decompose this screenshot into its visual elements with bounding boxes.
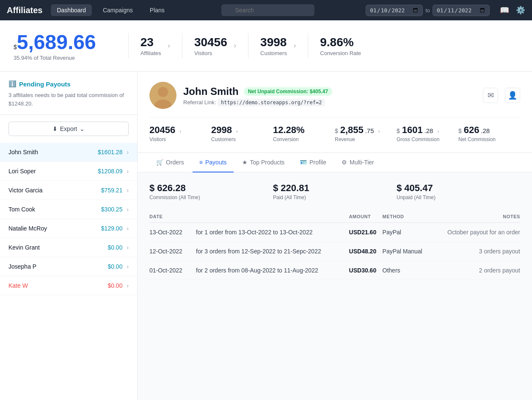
search-container: 🔍: [221, 4, 314, 16]
affiliate-item-6[interactable]: Josepha P $0.00 ›: [0, 257, 137, 276]
profile-stat-visitors: 20456 › Visitors: [149, 125, 211, 142]
customers-arrow: ›: [294, 42, 296, 50]
stat-divider-4: [308, 33, 308, 58]
stat-visitors[interactable]: 30456 Visitors ›: [194, 36, 236, 56]
tab-profile[interactable]: 🪪 Profile: [293, 153, 333, 172]
col-notes: NOTES: [431, 211, 520, 223]
affiliate-name-1: Lori Soper: [8, 168, 36, 175]
stat-net-label: Net Commission: [458, 136, 520, 142]
affiliate-amount-6: $0.00: [108, 263, 122, 270]
commission-badge: Net Unpaid Commission: $405.47: [244, 87, 332, 96]
visitors-stat-arrow[interactable]: ›: [179, 128, 181, 134]
affiliate-name-4: Natalie McRoy: [8, 225, 47, 232]
stat-divider-3: [248, 33, 248, 58]
nav-plans[interactable]: Plans: [144, 4, 171, 16]
date-to-input[interactable]: [433, 5, 490, 16]
row2-method: Others: [383, 261, 431, 280]
affiliate-arrow-1: ›: [127, 168, 129, 175]
tab-profile-label: Profile: [309, 159, 326, 166]
avatar-svg: [149, 82, 176, 109]
stat-visitors-val: 20456: [149, 125, 175, 135]
affiliate-amount-0: $1601.28: [98, 149, 122, 156]
affiliate-item-5[interactable]: Kevin Grant $0.00 ›: [0, 238, 137, 257]
affiliate-item-1[interactable]: Lori Soper $1208.09 ›: [0, 162, 137, 181]
star-icon: ★: [242, 159, 248, 166]
affiliate-amount-5: $0.00: [108, 244, 122, 251]
export-button[interactable]: ⬇ Export ⌄: [8, 122, 129, 136]
affiliate-arrow-5: ›: [127, 244, 129, 251]
tab-top-products[interactable]: ★ Top Products: [235, 153, 292, 172]
user-button[interactable]: 👤: [505, 88, 520, 103]
profile-name-row: John Smith Net Unpaid Commission: $405.4…: [183, 86, 332, 97]
affiliate-item-2[interactable]: Victor Garcia $759.21 ›: [0, 181, 137, 200]
visitors-count: 30456: [194, 36, 227, 49]
tab-multi-tier[interactable]: ⚙ Multi-Tier: [335, 153, 381, 172]
stat-customers-val: 2998: [211, 125, 232, 135]
payout-sum-paid: $ 220.81 Paid (All Time): [273, 183, 397, 200]
stat-net-val: 626: [464, 125, 480, 135]
book-icon[interactable]: 📖: [500, 6, 509, 15]
col-date: DATE: [149, 211, 196, 223]
row2-desc: for 2 orders from 08-Aug-2022 to 11-Aug-…: [196, 261, 349, 280]
avatar: [149, 82, 176, 109]
tab-orders-label: Orders: [166, 159, 184, 166]
app-title: Affiliates: [7, 6, 42, 15]
affiliate-item-4[interactable]: Natalie McRoy $129.00 ›: [0, 219, 137, 238]
date-from-input[interactable]: [366, 5, 423, 16]
profile-actions: ✉ 👤: [483, 88, 520, 103]
stat-affiliates[interactable]: 23 Affiliates ›: [141, 36, 170, 56]
tab-payouts[interactable]: ≡ Payouts: [193, 153, 234, 172]
stat-divider-2: [182, 33, 182, 58]
row2-date: 01-Oct-2022: [149, 261, 196, 280]
affiliate-item-0[interactable]: John Smith $1601.28 ›: [0, 143, 137, 162]
revenue-value: 5,689.66: [17, 31, 96, 53]
affiliate-item-7[interactable]: Kate W $0.00 ›: [0, 276, 137, 295]
affiliates-count: 23: [141, 36, 161, 49]
main-content: ℹ️ Pending Payouts 3 affiliates needs to…: [0, 72, 532, 400]
payout-sum-unpaid: $ 405.47 Unpaid (All Time): [397, 183, 520, 200]
commission-alltime-val: $ 626.28: [149, 183, 273, 194]
affiliate-item-3[interactable]: Tom Cook $300.25 ›: [0, 200, 137, 219]
profile-stat-customers: 2998 › Customers: [211, 125, 273, 142]
affiliate-name-6: Josepha P: [8, 263, 36, 270]
visitors-arrow: ›: [234, 42, 236, 50]
gear-icon[interactable]: ⚙️: [516, 6, 525, 15]
conversion-rate: 9.86%: [320, 36, 361, 49]
stat-conversion: 9.86% Conversion Rate: [320, 36, 361, 56]
affiliate-arrow-0: ›: [127, 149, 129, 156]
tab-payouts-label: Payouts: [205, 159, 227, 166]
affiliate-name-7: Kate W: [8, 282, 28, 289]
payouts-content: $ 626.28 Commission (All Time) $ 220.81 …: [138, 172, 532, 290]
affiliates-label: Affiliates: [141, 50, 161, 56]
table-row-0: 13-Oct-2022 for 1 order from 13-Oct-2022…: [149, 223, 520, 242]
table-row-2: 01-Oct-2022 for 2 orders from 08-Aug-202…: [149, 261, 520, 280]
gross-stat-arrow[interactable]: ›: [437, 128, 439, 134]
search-input[interactable]: [221, 4, 314, 16]
stat-customers[interactable]: 3998 Customers ›: [260, 36, 296, 56]
nav-campaigns[interactable]: Campaigns: [97, 4, 139, 16]
profile-stats: 20456 › Visitors 2998 › Customers 12.28%: [149, 117, 520, 142]
stat-conversion-val: 12.28%: [273, 125, 305, 135]
cart-icon: 🛒: [156, 159, 163, 166]
stats-bar: $5,689.66 35.94% of Total Revenue 23 Aff…: [0, 20, 532, 72]
nav-dashboard[interactable]: Dashboard: [51, 4, 92, 16]
affiliate-name-3: Tom Cook: [8, 206, 35, 213]
stat-conversion-label: Conversion: [273, 136, 335, 142]
revenue-stat-arrow[interactable]: ›: [378, 128, 380, 134]
conversion-label: Conversion Rate: [320, 50, 361, 56]
dollar-sign: $: [14, 44, 17, 50]
date-group: to: [366, 5, 490, 16]
main-stat-value: $5,689.66: [14, 31, 96, 54]
customers-stat-arrow[interactable]: ›: [236, 128, 238, 134]
affiliates-arrow: ›: [168, 42, 170, 50]
profile-stat-gross: $ 1601 .28 › Gross Commission: [397, 125, 458, 142]
email-button[interactable]: ✉: [483, 88, 498, 103]
customers-count: 3998: [260, 36, 287, 49]
affiliate-name-2: Victor Garcia: [8, 187, 43, 194]
referral-row: Referral Link: https://demo.storeapps.or…: [183, 99, 332, 106]
payout-sum-commission: $ 626.28 Commission (All Time): [149, 183, 273, 200]
tab-orders[interactable]: 🛒 Orders: [149, 153, 191, 172]
stat-visitors-label: Visitors: [149, 136, 211, 142]
profile-stat-revenue: $ 2,855 .75 › Revenue: [335, 125, 397, 142]
stat-gross-label: Gross Commission: [397, 136, 458, 142]
